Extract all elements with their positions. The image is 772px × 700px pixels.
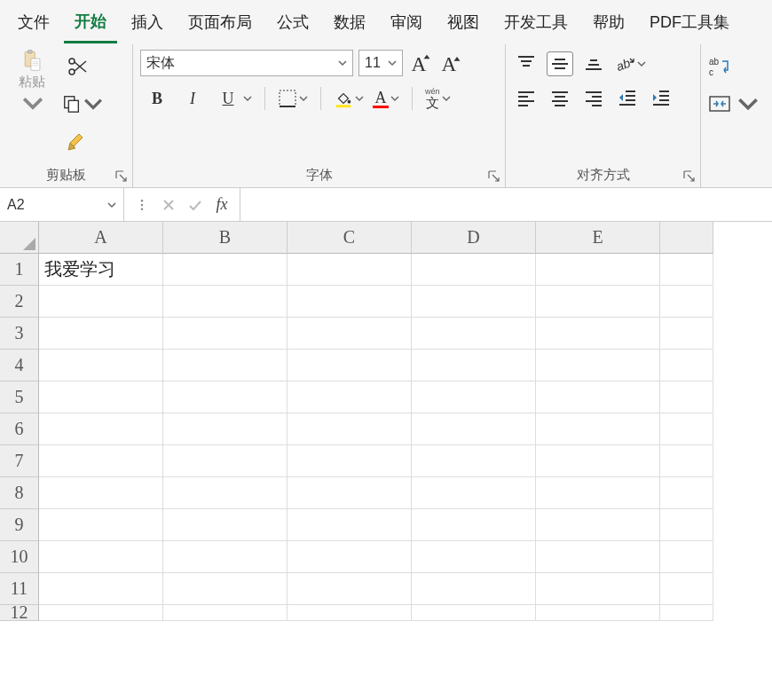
cell-A7[interactable] — [39, 445, 163, 477]
col-header-E[interactable]: E — [536, 222, 660, 254]
cell-D6[interactable] — [412, 413, 536, 445]
menu-item-insert[interactable]: 插入 — [121, 3, 174, 42]
cell-F5[interactable] — [660, 381, 713, 413]
cell-B2[interactable] — [163, 286, 288, 318]
cell-E3[interactable] — [536, 318, 660, 350]
cell-B10[interactable] — [163, 541, 288, 573]
align-middle-button[interactable] — [547, 51, 573, 76]
wrap-text-button[interactable]: ab c — [708, 53, 731, 80]
cell-A10[interactable] — [39, 541, 163, 573]
cell-B6[interactable] — [163, 413, 288, 445]
cell-D11[interactable] — [412, 573, 536, 605]
cell-E4[interactable] — [536, 350, 660, 381]
cell-E5[interactable] — [536, 381, 660, 413]
menu-item-formulas[interactable]: 公式 — [266, 3, 319, 42]
decrease-font-size-button[interactable]: A — [438, 51, 463, 75]
font-name-select[interactable]: 宋体 — [140, 50, 353, 76]
cell-F6[interactable] — [660, 413, 713, 445]
cell-F11[interactable] — [660, 573, 713, 605]
align-right-button[interactable] — [580, 85, 607, 110]
name-box[interactable]: A2 — [0, 188, 124, 221]
menu-item-home[interactable]: 开始 — [64, 2, 117, 43]
cell-D9[interactable] — [412, 509, 536, 541]
menu-item-page-layout[interactable]: 页面布局 — [177, 3, 263, 42]
alignment-launcher[interactable] — [682, 169, 697, 184]
cell-B5[interactable] — [163, 381, 288, 413]
menu-item-file[interactable]: 文件 — [7, 3, 60, 42]
cell-F8[interactable] — [660, 477, 713, 509]
cell-A8[interactable] — [39, 477, 163, 509]
cell-F7[interactable] — [660, 445, 713, 477]
cell-B11[interactable] — [163, 573, 288, 605]
col-header-D[interactable]: D — [412, 222, 536, 254]
merge-center-button[interactable] — [708, 90, 760, 117]
font-size-select[interactable]: 11 — [358, 50, 403, 76]
cut-button[interactable] — [62, 53, 92, 80]
row-header-7[interactable]: 7 — [0, 445, 39, 477]
cell-E1[interactable] — [536, 254, 660, 286]
formula-vdots-button[interactable] — [131, 194, 153, 216]
menu-item-data[interactable]: 数据 — [323, 3, 376, 42]
cell-C12[interactable] — [288, 605, 412, 621]
cell-A4[interactable] — [39, 350, 163, 381]
underline-button[interactable]: U — [215, 85, 252, 112]
cell-A11[interactable] — [39, 573, 163, 605]
cell-D12[interactable] — [412, 605, 536, 621]
cell-D1[interactable] — [412, 254, 536, 286]
row-header-2[interactable]: 2 — [0, 286, 39, 318]
formula-input[interactable] — [240, 188, 772, 221]
cell-E9[interactable] — [536, 509, 660, 541]
menu-item-view[interactable]: 视图 — [437, 3, 490, 42]
cell-E10[interactable] — [536, 541, 660, 573]
cell-F9[interactable] — [660, 509, 713, 541]
cell-F4[interactable] — [660, 350, 713, 381]
cell-F10[interactable] — [660, 541, 713, 573]
row-header-3[interactable]: 3 — [0, 318, 39, 350]
cell-E8[interactable] — [536, 477, 660, 509]
cell-B8[interactable] — [163, 477, 288, 509]
cell-C8[interactable] — [288, 477, 412, 509]
menu-item-review[interactable]: 审阅 — [380, 3, 433, 42]
font-launcher[interactable] — [487, 169, 501, 184]
cell-C10[interactable] — [288, 541, 412, 573]
cell-E7[interactable] — [536, 445, 660, 477]
align-center-button[interactable] — [547, 85, 573, 110]
cell-E6[interactable] — [536, 413, 660, 445]
orientation-button[interactable]: ab — [614, 53, 646, 75]
borders-button[interactable] — [278, 89, 308, 108]
cell-A9[interactable] — [39, 509, 163, 541]
row-header-6[interactable]: 6 — [0, 413, 39, 445]
cell-C6[interactable] — [288, 413, 412, 445]
enter-formula-button[interactable] — [185, 194, 206, 216]
cell-C7[interactable] — [288, 445, 412, 477]
select-all-corner[interactable] — [0, 222, 39, 254]
cell-D7[interactable] — [412, 445, 536, 477]
font-color-button[interactable]: A — [373, 89, 399, 108]
cell-C11[interactable] — [288, 573, 412, 605]
cell-B12[interactable] — [163, 605, 288, 621]
cell-F2[interactable] — [660, 286, 713, 318]
cell-E2[interactable] — [536, 286, 660, 318]
increase-font-size-button[interactable]: A — [408, 51, 433, 75]
cell-D3[interactable] — [412, 318, 536, 350]
cell-E11[interactable] — [536, 573, 660, 605]
cell-A5[interactable] — [39, 381, 163, 413]
cell-C5[interactable] — [288, 381, 412, 413]
align-left-button[interactable] — [513, 85, 540, 110]
row-header-4[interactable]: 4 — [0, 350, 39, 381]
cancel-formula-button[interactable] — [158, 194, 179, 216]
cell-D5[interactable] — [412, 381, 536, 413]
phonetic-guide-button[interactable]: wén 文 — [425, 88, 451, 109]
cell-D2[interactable] — [412, 286, 536, 318]
italic-button[interactable]: I — [179, 85, 206, 112]
cell-C1[interactable] — [288, 254, 412, 286]
copy-button[interactable] — [62, 90, 103, 117]
cell-B3[interactable] — [163, 318, 288, 350]
col-header-A[interactable]: A — [39, 222, 163, 254]
menu-item-developer[interactable]: 开发工具 — [493, 3, 579, 42]
col-header-B[interactable]: B — [163, 222, 288, 254]
cell-E12[interactable] — [536, 605, 660, 621]
decrease-indent-button[interactable] — [614, 85, 641, 110]
align-top-button[interactable] — [513, 51, 540, 76]
cell-A6[interactable] — [39, 413, 163, 445]
